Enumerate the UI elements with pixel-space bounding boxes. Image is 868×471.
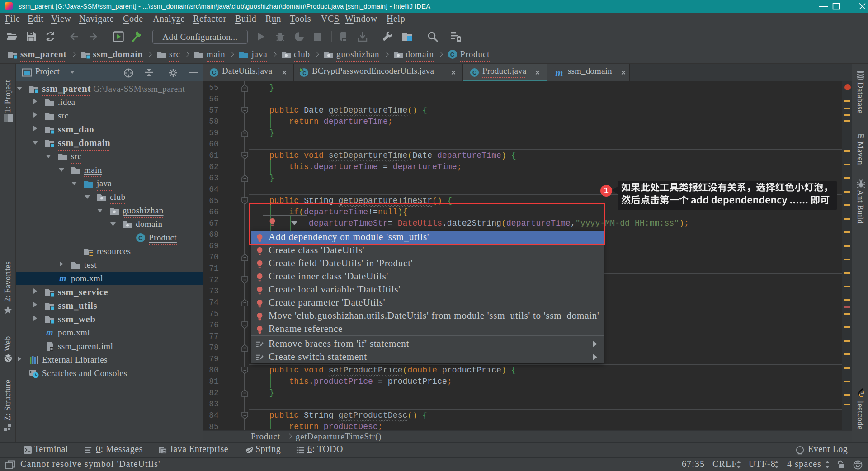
svg-text:m: m <box>555 68 563 78</box>
svg-text:C: C <box>138 235 143 241</box>
svg-text:C: C <box>472 70 476 76</box>
svg-text:m: m <box>59 273 66 283</box>
svg-text:m: m <box>857 131 864 140</box>
svg-text:C: C <box>302 71 306 76</box>
svg-text:C: C <box>450 51 455 58</box>
svg-text:m: m <box>46 328 53 337</box>
svg-text:C: C <box>212 70 216 76</box>
